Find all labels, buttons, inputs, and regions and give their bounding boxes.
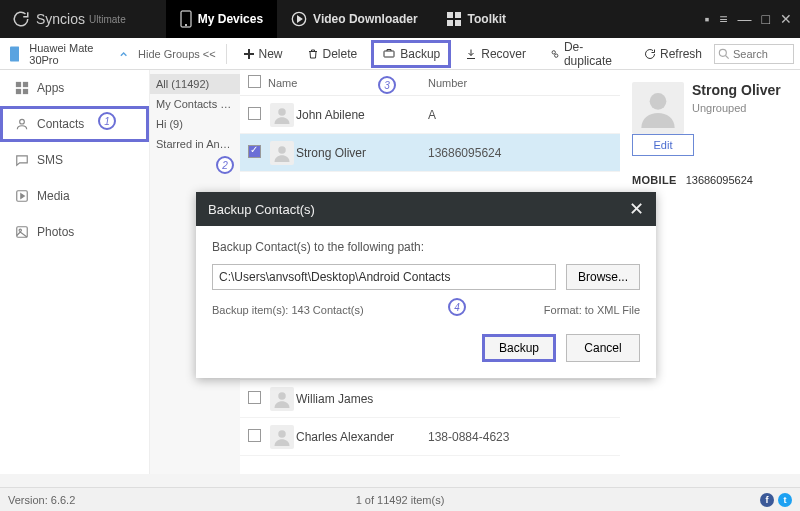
avatar-icon	[270, 387, 294, 411]
mobile-label: MOBILE	[632, 174, 677, 186]
backup-format: Format: to XML File	[544, 304, 640, 316]
device-selector[interactable]: Huawei Mate 30Pro	[6, 42, 132, 66]
person-icon	[638, 88, 678, 128]
toolbar: Huawei Mate 30Pro Hide Groups << New Del…	[0, 38, 800, 70]
group-mycontacts[interactable]: My Contacts (6835)	[150, 94, 240, 114]
table-row[interactable]: John AbileneA	[240, 96, 620, 134]
apps-icon	[15, 81, 29, 95]
svg-point-25	[650, 93, 667, 110]
path-input[interactable]	[212, 264, 556, 290]
sidebar-item-media[interactable]: Media	[0, 178, 149, 214]
hide-groups-toggle[interactable]: Hide Groups <<	[138, 48, 216, 60]
sidebar-item-contacts[interactable]: Contacts	[0, 106, 149, 142]
svg-rect-8	[384, 51, 394, 57]
app-name: Syncios	[36, 11, 85, 27]
edit-button[interactable]: Edit	[632, 134, 694, 156]
svg-point-10	[555, 54, 558, 57]
btn-label: Refresh	[660, 47, 702, 61]
col-name[interactable]: Name	[268, 77, 428, 89]
row-checkbox[interactable]	[248, 145, 261, 158]
table-row[interactable]: William James	[240, 380, 620, 418]
group-hi[interactable]: Hi (9)	[150, 114, 240, 134]
app-edition: Ultimate	[89, 14, 126, 25]
play-circle-icon	[291, 11, 307, 27]
svg-point-9	[552, 50, 555, 53]
table-row[interactable]: Charles Alexander138-0884-4623	[240, 418, 620, 456]
tab-toolkit[interactable]: Toolkit	[432, 0, 520, 38]
group-all[interactable]: All (11492)	[150, 74, 240, 94]
svg-rect-4	[455, 12, 461, 18]
avatar-icon	[270, 103, 294, 127]
svg-point-24	[278, 430, 286, 438]
maximize-icon[interactable]: □	[762, 11, 770, 27]
btn-label: New	[259, 47, 283, 61]
toolkit-icon	[446, 11, 462, 27]
btn-label: De-duplicate	[564, 40, 620, 68]
svg-rect-6	[455, 20, 461, 26]
statusbar: Version: 6.6.2 1 of 11492 item(s) f t	[0, 487, 800, 511]
backup-items: Backup item(s): 143 Contact(s)	[212, 304, 364, 316]
sidebar-label: Contacts	[37, 117, 84, 131]
svg-rect-7	[10, 46, 19, 61]
delete-button[interactable]: Delete	[297, 41, 368, 67]
new-button[interactable]: New	[233, 41, 293, 67]
recover-button[interactable]: Recover	[455, 41, 536, 67]
browse-button[interactable]: Browse...	[566, 264, 640, 290]
sidebar-label: Media	[37, 189, 70, 203]
twitter-icon[interactable]: t	[778, 493, 792, 507]
btn-label: Recover	[481, 47, 526, 61]
titlebar: Syncios Ultimate My Devices Video Downlo…	[0, 0, 800, 38]
sms-icon	[15, 153, 29, 167]
deduplicate-button[interactable]: De-duplicate	[540, 34, 630, 74]
sidebar-label: SMS	[37, 153, 63, 167]
svg-rect-12	[16, 82, 21, 87]
backup-icon	[382, 48, 396, 60]
close-icon[interactable]: ✕	[780, 11, 792, 27]
row-checkbox[interactable]	[248, 107, 261, 120]
search-box	[714, 44, 794, 64]
item-count: 1 of 11492 item(s)	[356, 494, 445, 506]
sidebar-item-sms[interactable]: SMS	[0, 142, 149, 178]
tab-video-downloader[interactable]: Video Downloader	[277, 0, 431, 38]
refresh-button[interactable]: Refresh	[634, 41, 712, 67]
dialog-title: Backup Contact(s)	[208, 202, 315, 217]
media-icon	[15, 189, 29, 203]
tab-my-devices[interactable]: My Devices	[166, 0, 277, 38]
select-all-checkbox[interactable]	[248, 75, 261, 88]
svg-rect-15	[23, 89, 28, 94]
list-header: Name Number	[240, 70, 620, 96]
sync-icon	[12, 10, 30, 28]
sidebar-item-apps[interactable]: Apps	[0, 70, 149, 106]
chevron-up-icon	[119, 49, 128, 59]
window-controls: ▪ ≡ — □ ✕	[704, 11, 800, 27]
row-checkbox[interactable]	[248, 429, 261, 442]
svg-point-20	[278, 108, 286, 116]
avatar-icon	[270, 425, 294, 449]
dedup-icon	[550, 48, 560, 60]
facebook-icon[interactable]: f	[760, 493, 774, 507]
row-name: John Abilene	[296, 108, 428, 122]
group-starred[interactable]: Starred in Android ...	[150, 134, 240, 154]
tab-label: My Devices	[198, 12, 263, 26]
col-number[interactable]: Number	[428, 77, 620, 89]
dialog-backup-button[interactable]: Backup	[482, 334, 556, 362]
svg-point-16	[20, 119, 25, 124]
dialog-close-icon[interactable]: ✕	[629, 198, 644, 220]
svg-rect-3	[447, 12, 453, 18]
dialog-cancel-button[interactable]: Cancel	[566, 334, 640, 362]
minimize-icon[interactable]: —	[738, 11, 752, 27]
row-number: 13686095624	[428, 146, 620, 160]
dialog-prompt: Backup Contact(s) to the following path:	[212, 240, 640, 254]
row-checkbox[interactable]	[248, 391, 261, 404]
notifications-icon[interactable]: ▪	[704, 11, 709, 27]
dialog-titlebar: Backup Contact(s) ✕	[196, 192, 656, 226]
table-row[interactable]: Strong Oliver13686095624	[240, 134, 620, 172]
sidebar-item-photos[interactable]: Photos	[0, 214, 149, 250]
btn-label: Delete	[323, 47, 358, 61]
tab-label: Toolkit	[468, 12, 506, 26]
menu-icon[interactable]: ≡	[719, 11, 727, 27]
svg-point-23	[278, 392, 286, 400]
backup-button[interactable]: Backup	[371, 40, 451, 68]
row-name: William James	[296, 392, 428, 406]
sidebar-label: Photos	[37, 225, 74, 239]
